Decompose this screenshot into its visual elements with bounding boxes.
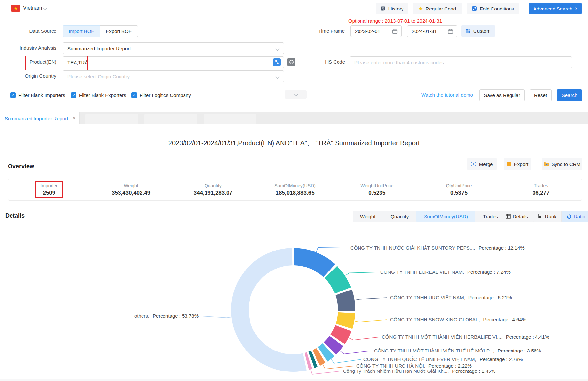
pie-slice-10[interactable] xyxy=(231,248,307,372)
reset-button[interactable]: Reset xyxy=(530,89,552,101)
date-from-input[interactable] xyxy=(350,25,402,37)
stat-value: 185,018,883.65 xyxy=(275,190,314,196)
tab-details[interactable]: Details xyxy=(501,211,533,222)
hs-code-input[interactable] xyxy=(350,56,572,68)
stat-value: 2509 xyxy=(43,190,55,196)
slice-label: CÔNG TY TNHH MỘT THÀNH VIÊN THẾ HỆ MỚI P… xyxy=(374,348,541,353)
industry-analysis-select[interactable]: Summarized Importer Report xyxy=(63,42,284,54)
ratio-donut-chart[interactable]: CÔNG TY TNHH NƯỚC GIẢI KHÁT SUNTORY PEPS… xyxy=(0,223,588,381)
tab-summarized-importer-report[interactable]: Summarized Importer Report × xyxy=(0,112,80,124)
slice-label: CÔNG TY TNHH MỘT THÀNH VIÊN HERBALIFE VI… xyxy=(382,334,549,340)
pie-slice-2[interactable] xyxy=(335,290,355,311)
optional-range-text: Optional range : 2013-07-01 to 2024-01-3… xyxy=(348,18,442,24)
filter-checkbox-item[interactable]: ✓Filter Logitics Company xyxy=(131,92,191,98)
export-boe-tab[interactable]: Export BOE xyxy=(100,25,138,37)
label-callout-line xyxy=(311,370,340,374)
translate-icon[interactable]: 文 A xyxy=(273,58,281,66)
checkbox-checked-icon[interactable]: ✓ xyxy=(131,92,137,98)
data-source-toggle: Import BOE Export BOE xyxy=(63,25,138,37)
advanced-search-button[interactable]: Advanced Search › xyxy=(529,3,582,14)
sync-to-crm-button[interactable]: Sync to CRM xyxy=(542,158,582,170)
filter-checkbox-item[interactable]: ✓Filter Blank Importers xyxy=(10,92,65,98)
label-callout-line xyxy=(316,248,348,252)
custom-range-button[interactable]: Custom xyxy=(461,25,495,37)
slice-label: CÔNG TY TNHH URC VIỆT NAM,Percentage : 6… xyxy=(390,295,512,300)
vietnam-flag-icon: ★ xyxy=(11,5,20,12)
calendar-icon xyxy=(392,29,398,34)
top-bar: ★ Vietnam History ★ Regular Cond. xyxy=(0,0,588,17)
bottom-scrollbar-track[interactable] xyxy=(0,379,588,381)
merge-button[interactable]: Merge xyxy=(467,158,497,170)
slice-label: CÔNG TY TNHH LOREAL VIET NAM,Percentage … xyxy=(380,269,511,275)
search-button[interactable]: Search xyxy=(557,89,582,101)
checkbox-checked-icon[interactable]: ✓ xyxy=(10,92,16,98)
slice-label: CÔNG TY TNHH URC HÀ NỘI,Percentage : 2.2… xyxy=(356,363,472,369)
chevron-down-icon xyxy=(275,47,280,51)
ghost-tab xyxy=(144,114,197,124)
custom-grid-icon xyxy=(466,29,471,33)
chevron-down-icon[interactable] xyxy=(43,6,47,10)
stat-label: QtyUnitPrice xyxy=(446,183,472,188)
rank-icon xyxy=(538,214,543,219)
overview-stats-card: Importer2509Weight353,430,402.49Quantity… xyxy=(8,179,582,201)
slice-label: Công Ty Trách Nhiệm Hữu Hạn Nước Giải Kh… xyxy=(343,368,495,374)
metric-tab-quantity[interactable]: Quantity xyxy=(383,211,416,222)
import-boe-tab[interactable]: Import BOE xyxy=(63,25,100,37)
tab-ratio[interactable]: Ratio xyxy=(561,211,588,222)
slice-label: CÔNG TY TNHH NƯỚC GIẢI KHÁT SUNTORY PEPS… xyxy=(350,245,525,251)
stat-label: Trades xyxy=(534,183,548,188)
slice-label: others,Percentage : 53.78% xyxy=(134,313,199,319)
view-tabs: Details Rank Ratio xyxy=(501,211,588,222)
trade-data-app: ★ Vietnam History ★ Regular Cond. xyxy=(0,0,588,381)
stat-label: Importer xyxy=(40,183,57,188)
metric-tab-weight[interactable]: Weight xyxy=(353,211,383,222)
tutorial-link[interactable]: Watch the tutorial demo xyxy=(421,92,473,98)
stat-label: SumOfMoney(USD) xyxy=(274,183,315,188)
history-button[interactable]: History xyxy=(376,3,409,14)
time-frame-label: Time Frame xyxy=(295,28,345,34)
label-callout-line xyxy=(340,351,371,354)
regular-cond-button[interactable]: ★ Regular Cond. xyxy=(413,3,462,14)
checkbox-checked-icon[interactable]: ✓ xyxy=(71,92,76,98)
result-tab-bar: Summarized Importer Report × xyxy=(0,112,588,124)
fold-icon xyxy=(472,6,477,11)
stat-value: 344,191,283.07 xyxy=(194,190,232,196)
stat-label: WeightUnitPrice xyxy=(360,183,393,188)
merge-icon xyxy=(471,161,476,167)
pie-slice-3[interactable] xyxy=(336,312,355,329)
checkbox-label: Filter Blank Importers xyxy=(18,92,65,98)
chevron-right-icon: › xyxy=(575,5,577,11)
ghost-tab xyxy=(204,114,256,124)
tab-rank[interactable]: Rank xyxy=(533,211,561,222)
origin-country-label: Origin Country xyxy=(7,73,56,79)
svg-text:A: A xyxy=(277,62,279,65)
industry-analysis-label: Industry Analysis xyxy=(7,45,56,50)
stat-weight: Weight353,430,402.49 xyxy=(90,179,172,200)
date-to-input[interactable] xyxy=(407,25,457,37)
checkbox-label: Filter Logitics Company xyxy=(140,92,191,98)
product-en-label: Product(EN) xyxy=(7,59,56,65)
overview-heading: Overview xyxy=(8,163,34,170)
origin-country-select[interactable]: Please select Origin Country xyxy=(63,70,284,82)
pie-slice-0[interactable] xyxy=(294,248,335,277)
details-heading: Details xyxy=(5,212,25,219)
history-icon xyxy=(381,6,386,11)
stat-value: 36,277 xyxy=(533,190,550,196)
label-callout-line xyxy=(349,337,379,340)
save-as-regular-button[interactable]: Save as Regular xyxy=(479,89,525,101)
export-button[interactable]: Export xyxy=(504,158,531,170)
label-callout-line xyxy=(355,298,387,300)
fold-conditions-button[interactable]: Fold Conditions xyxy=(467,3,519,14)
crm-folder-icon xyxy=(543,162,549,167)
expand-conditions-button[interactable] xyxy=(285,90,307,99)
data-source-label: Data Source xyxy=(7,28,56,34)
metric-tab-sumofmoney-usd-[interactable]: SumOfMoney(USD) xyxy=(416,211,475,222)
stat-label: Weight xyxy=(124,183,138,188)
stat-value: 0.5235 xyxy=(368,190,385,196)
hs-code-label: HS Code xyxy=(296,59,345,65)
country-selector[interactable]: Vietnam xyxy=(23,5,42,11)
synonym-icon[interactable] xyxy=(287,58,295,66)
filter-checkbox-item[interactable]: ✓Filter Blank Exporters xyxy=(71,92,126,98)
product-en-input[interactable] xyxy=(63,56,284,68)
close-tab-icon[interactable]: × xyxy=(73,115,76,121)
